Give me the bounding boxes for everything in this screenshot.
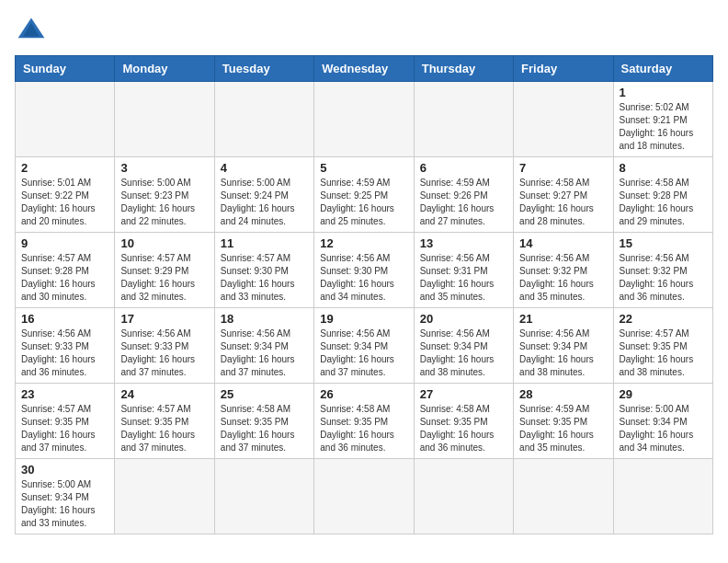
day-number: 14	[519, 236, 607, 250]
day-info: Sunrise: 5:00 AM Sunset: 9:24 PM Dayligh…	[221, 177, 308, 228]
day-info: Sunrise: 4:59 AM Sunset: 9:35 PM Dayligh…	[519, 403, 607, 454]
day-number: 30	[21, 463, 108, 477]
calendar-day-cell: 9Sunrise: 4:57 AM Sunset: 9:28 PM Daylig…	[16, 233, 115, 308]
day-of-week-header: Wednesday	[314, 56, 414, 82]
day-info: Sunrise: 4:58 AM Sunset: 9:35 PM Dayligh…	[221, 403, 308, 454]
day-info: Sunrise: 5:01 AM Sunset: 9:22 PM Dayligh…	[21, 177, 108, 228]
calendar-day-cell: 17Sunrise: 4:56 AM Sunset: 9:33 PM Dayli…	[115, 308, 214, 384]
day-info: Sunrise: 4:56 AM Sunset: 9:34 PM Dayligh…	[221, 327, 308, 379]
day-number: 20	[420, 312, 507, 326]
day-number: 6	[420, 161, 507, 175]
calendar-day-cell	[115, 459, 214, 534]
calendar-day-cell: 10Sunrise: 4:57 AM Sunset: 9:29 PM Dayli…	[115, 233, 214, 308]
calendar-day-cell: 28Sunrise: 4:59 AM Sunset: 9:35 PM Dayli…	[514, 384, 613, 459]
day-info: Sunrise: 4:56 AM Sunset: 9:34 PM Dayligh…	[420, 327, 507, 379]
day-info: Sunrise: 5:00 AM Sunset: 9:34 PM Dayligh…	[620, 403, 707, 454]
calendar-day-cell: 11Sunrise: 4:57 AM Sunset: 9:30 PM Dayli…	[214, 233, 313, 308]
calendar-day-cell	[314, 82, 414, 157]
day-number: 17	[120, 312, 208, 326]
day-of-week-header: Thursday	[414, 56, 513, 82]
logo	[15, 15, 51, 48]
day-info: Sunrise: 4:59 AM Sunset: 9:25 PM Dayligh…	[320, 177, 407, 228]
calendar-day-cell	[16, 82, 115, 157]
calendar-day-cell	[314, 459, 414, 534]
day-number: 7	[519, 161, 607, 175]
calendar-day-cell: 21Sunrise: 4:56 AM Sunset: 9:34 PM Dayli…	[514, 308, 613, 384]
day-number: 29	[620, 387, 707, 401]
page-header	[15, 15, 713, 48]
day-of-week-header: Friday	[514, 56, 613, 82]
calendar-day-cell: 3Sunrise: 5:00 AM Sunset: 9:23 PM Daylig…	[115, 157, 214, 233]
day-info: Sunrise: 5:00 AM Sunset: 9:34 PM Dayligh…	[21, 478, 108, 530]
calendar-day-cell: 2Sunrise: 5:01 AM Sunset: 9:22 PM Daylig…	[16, 157, 115, 233]
calendar-header-row: SundayMondayTuesdayWednesdayThursdayFrid…	[16, 56, 713, 82]
calendar-week-row: 9Sunrise: 4:57 AM Sunset: 9:28 PM Daylig…	[16, 233, 713, 308]
day-number: 4	[221, 161, 308, 175]
calendar-day-cell: 20Sunrise: 4:56 AM Sunset: 9:34 PM Dayli…	[414, 308, 513, 384]
calendar-day-cell: 14Sunrise: 4:56 AM Sunset: 9:32 PM Dayli…	[514, 233, 613, 308]
day-info: Sunrise: 4:56 AM Sunset: 9:32 PM Dayligh…	[519, 252, 607, 304]
calendar-day-cell: 5Sunrise: 4:59 AM Sunset: 9:25 PM Daylig…	[314, 157, 414, 233]
day-number: 10	[120, 236, 208, 250]
day-number: 1	[620, 86, 707, 99]
day-info: Sunrise: 4:57 AM Sunset: 9:35 PM Dayligh…	[620, 327, 707, 379]
day-info: Sunrise: 5:02 AM Sunset: 9:21 PM Dayligh…	[620, 101, 707, 153]
calendar-day-cell	[414, 82, 513, 157]
day-number: 26	[320, 387, 407, 401]
day-info: Sunrise: 4:56 AM Sunset: 9:31 PM Dayligh…	[420, 252, 507, 304]
day-number: 22	[620, 312, 707, 326]
day-number: 15	[620, 236, 707, 250]
calendar-day-cell	[414, 459, 513, 534]
day-info: Sunrise: 4:58 AM Sunset: 9:35 PM Dayligh…	[320, 403, 407, 454]
calendar-day-cell	[514, 82, 613, 157]
day-of-week-header: Saturday	[613, 56, 712, 82]
calendar-day-cell: 24Sunrise: 4:57 AM Sunset: 9:35 PM Dayli…	[115, 384, 214, 459]
day-info: Sunrise: 4:57 AM Sunset: 9:30 PM Dayligh…	[221, 252, 308, 304]
calendar-day-cell: 18Sunrise: 4:56 AM Sunset: 9:34 PM Dayli…	[214, 308, 313, 384]
day-info: Sunrise: 4:57 AM Sunset: 9:35 PM Dayligh…	[120, 403, 208, 454]
day-info: Sunrise: 4:59 AM Sunset: 9:26 PM Dayligh…	[420, 177, 507, 228]
day-info: Sunrise: 5:00 AM Sunset: 9:23 PM Dayligh…	[120, 177, 208, 228]
logo-icon	[15, 15, 48, 48]
day-number: 19	[320, 312, 407, 326]
calendar-day-cell: 29Sunrise: 5:00 AM Sunset: 9:34 PM Dayli…	[613, 384, 712, 459]
day-number: 23	[21, 387, 108, 401]
calendar-day-cell: 19Sunrise: 4:56 AM Sunset: 9:34 PM Dayli…	[314, 308, 414, 384]
day-number: 5	[320, 161, 407, 175]
day-info: Sunrise: 4:56 AM Sunset: 9:33 PM Dayligh…	[21, 327, 108, 379]
calendar-week-row: 30Sunrise: 5:00 AM Sunset: 9:34 PM Dayli…	[16, 459, 713, 534]
day-info: Sunrise: 4:56 AM Sunset: 9:34 PM Dayligh…	[320, 327, 407, 379]
calendar-day-cell: 4Sunrise: 5:00 AM Sunset: 9:24 PM Daylig…	[214, 157, 313, 233]
calendar-day-cell: 16Sunrise: 4:56 AM Sunset: 9:33 PM Dayli…	[16, 308, 115, 384]
calendar-day-cell	[214, 459, 313, 534]
calendar-day-cell: 22Sunrise: 4:57 AM Sunset: 9:35 PM Dayli…	[613, 308, 712, 384]
calendar-day-cell: 27Sunrise: 4:58 AM Sunset: 9:35 PM Dayli…	[414, 384, 513, 459]
calendar-week-row: 23Sunrise: 4:57 AM Sunset: 9:35 PM Dayli…	[16, 384, 713, 459]
calendar-day-cell: 25Sunrise: 4:58 AM Sunset: 9:35 PM Dayli…	[214, 384, 313, 459]
day-number: 9	[21, 236, 108, 250]
calendar-day-cell	[214, 82, 313, 157]
day-number: 11	[221, 236, 308, 250]
calendar-week-row: 2Sunrise: 5:01 AM Sunset: 9:22 PM Daylig…	[16, 157, 713, 233]
calendar-day-cell	[115, 82, 214, 157]
calendar-day-cell: 13Sunrise: 4:56 AM Sunset: 9:31 PM Dayli…	[414, 233, 513, 308]
day-info: Sunrise: 4:56 AM Sunset: 9:32 PM Dayligh…	[620, 252, 707, 304]
day-number: 8	[620, 161, 707, 175]
day-number: 27	[420, 387, 507, 401]
day-number: 21	[519, 312, 607, 326]
day-info: Sunrise: 4:57 AM Sunset: 9:28 PM Dayligh…	[21, 252, 108, 304]
day-number: 25	[221, 387, 308, 401]
day-number: 13	[420, 236, 507, 250]
day-info: Sunrise: 4:56 AM Sunset: 9:30 PM Dayligh…	[320, 252, 407, 304]
day-info: Sunrise: 4:58 AM Sunset: 9:27 PM Dayligh…	[519, 177, 607, 228]
day-number: 16	[21, 312, 108, 326]
day-number: 2	[21, 161, 108, 175]
calendar-week-row: 1Sunrise: 5:02 AM Sunset: 9:21 PM Daylig…	[16, 82, 713, 157]
calendar-day-cell: 6Sunrise: 4:59 AM Sunset: 9:26 PM Daylig…	[414, 157, 513, 233]
day-number: 18	[221, 312, 308, 326]
calendar-day-cell: 1Sunrise: 5:02 AM Sunset: 9:21 PM Daylig…	[613, 82, 712, 157]
calendar-week-row: 16Sunrise: 4:56 AM Sunset: 9:33 PM Dayli…	[16, 308, 713, 384]
day-number: 3	[120, 161, 208, 175]
day-of-week-header: Tuesday	[214, 56, 313, 82]
calendar-day-cell: 12Sunrise: 4:56 AM Sunset: 9:30 PM Dayli…	[314, 233, 414, 308]
